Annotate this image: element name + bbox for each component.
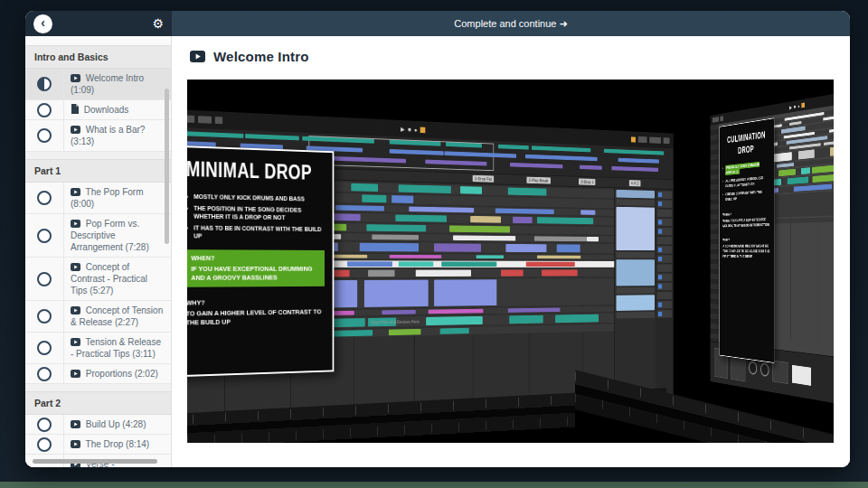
clip-segment: [557, 244, 580, 252]
clip-segment: [508, 308, 561, 313]
track-header-column: [614, 188, 673, 412]
overview-clip: [245, 134, 299, 140]
incomplete-circle-icon: [37, 103, 52, 117]
clip-segment: [351, 183, 378, 192]
lesson-item[interactable]: What is a Bar? (3:13): [25, 120, 171, 152]
lesson-item[interactable]: Proportions (2:02): [25, 364, 171, 384]
video-icon: [190, 51, 205, 62]
clip-segment: [368, 270, 394, 277]
video-icon: [71, 419, 83, 429]
curriculum-section: Intro and Basics Welcome Intro (1:09) Do…: [25, 45, 171, 152]
mixer-cell: [657, 237, 673, 245]
clip-segment: [335, 205, 384, 211]
slide-title: MINIMAL DROP: [187, 157, 306, 184]
lesson-item[interactable]: The Drop (8:14): [25, 435, 171, 455]
stop-icon: ■: [794, 104, 796, 109]
lesson-item-label: The Pop Form (8:00): [64, 183, 171, 213]
progress-circle: [25, 435, 64, 454]
overview-clip: [510, 163, 562, 168]
clip-segment: [537, 217, 594, 224]
arrangement-locator: 4-X 2: [629, 180, 641, 186]
mixer-cell: [657, 301, 673, 309]
video-player[interactable]: ▶ ■ ●: [187, 80, 834, 443]
overview-clip: [532, 145, 590, 152]
arrangement-locator: 2-Drop Fat: [473, 175, 494, 183]
clip-segment: [429, 309, 484, 314]
video-icon: [71, 369, 83, 379]
lesson-item-label: Proportions (2:02): [64, 364, 171, 383]
lesson-item[interactable]: Tension & Release - Practical Tips (3:11…: [25, 333, 171, 364]
track-header: [617, 295, 655, 311]
overview-clip: [618, 158, 659, 164]
gear-icon[interactable]: ⚙: [152, 17, 164, 30]
complete-continue-button[interactable]: Complete and continue ➜: [172, 11, 850, 36]
page-title: Welcome Intro: [213, 49, 309, 64]
progress-circle: [25, 120, 64, 151]
clip-segment: [453, 235, 516, 240]
drop-hint-text: Drop Files and Devices Here: [371, 319, 419, 325]
when-label: WHEN?: [191, 254, 319, 263]
lesson-item-label: What is a Bar? (3:13): [64, 120, 171, 151]
lesson-item-label: Build Up (4:28): [64, 415, 171, 434]
clip-segment: [801, 167, 810, 174]
top-bar-sidebar-segment: ‹ ⚙: [25, 11, 172, 36]
sidebar-vertical-scrollbar[interactable]: [165, 89, 169, 244]
clip-segment: [449, 225, 510, 232]
automation-arm-icon: [801, 102, 805, 108]
video-icon: [71, 187, 83, 197]
device-display: [792, 365, 811, 386]
back-button[interactable]: ‹: [33, 14, 52, 33]
lesson-item[interactable]: Pop Form vs. Descriptive Arrangement (7:…: [25, 214, 171, 258]
why-text: TO GAIN A HIGHER LEVEL OF CONTRAST TO TH…: [187, 308, 321, 327]
lesson-item[interactable]: Build Up (4:28): [25, 415, 171, 435]
why-box: WHY? A SOPHISTICATED MELODY MIGHT BE TOO…: [722, 237, 770, 259]
lesson-content: Welcome Intro: [172, 36, 850, 467]
why-label: WHY?: [187, 297, 325, 307]
clip-segment: [778, 169, 796, 176]
mixer-cell: [657, 264, 673, 271]
mixer-cell: [657, 310, 673, 318]
device-knob: [749, 361, 757, 375]
clip-segment: [359, 243, 418, 252]
mixer-cell: [657, 191, 673, 199]
section-header: Part 1: [25, 159, 171, 183]
lesson-item[interactable]: The Pop Form (8:00): [25, 183, 171, 214]
clip-segment: [542, 269, 578, 276]
lesson-item[interactable]: Welcome Intro (1:09): [25, 69, 171, 100]
slide-bullet-list: MOSTLY ONLY KICK DRUMS AND BASSTHE POSIT…: [187, 192, 325, 241]
sidebar-horizontal-scrollbar[interactable]: [33, 459, 157, 464]
draw-mode-icon: [631, 136, 636, 142]
lesson-item-label: Downloads: [64, 100, 171, 119]
clip-segment: [416, 270, 471, 277]
lesson-item[interactable]: Concept of Contrast - Practical Tips (5:…: [25, 258, 171, 301]
track-header: [617, 259, 655, 286]
clip-segment: [555, 314, 599, 324]
clip-segment: [389, 329, 420, 335]
desktop-background: ‹ ⚙ Complete and continue ➜ Intro and Ba…: [0, 0, 868, 488]
play-icon: ▶: [789, 104, 792, 109]
clip-segment: [534, 236, 587, 241]
when-label: WHEN?: [722, 210, 770, 217]
device-knob: [760, 362, 769, 377]
progress-circle: [25, 364, 64, 383]
incomplete-circle-icon: [37, 341, 52, 355]
stop-icon: ■: [408, 126, 410, 132]
clip-segment: [395, 215, 447, 222]
lesson-item[interactable]: Downloads: [25, 100, 171, 120]
mixer-cell: [657, 274, 673, 282]
lesson-item[interactable]: Concept of Tension & Release (2:27): [25, 301, 171, 333]
slide-title: CULMINATION DROP: [726, 127, 767, 157]
video-icon: [71, 73, 83, 83]
clip-segment: [587, 237, 599, 241]
mixer-cell: [657, 246, 673, 254]
lesson-item-label: Welcome Intro (1:09): [64, 69, 171, 99]
video-icon: [71, 125, 83, 135]
section-header: Intro and Basics: [25, 45, 171, 69]
slide-bullet: MOSTLY ONLY KICK DRUMS AND BASS: [187, 192, 325, 203]
mixer-cell: [657, 200, 673, 208]
slide-bullet: ALL PREVIOUSLY INTRODUCED PARTS PLAY TOG…: [722, 174, 770, 189]
clip-segment: [507, 188, 546, 196]
clip-segment: [513, 217, 533, 223]
course-player-window: ‹ ⚙ Complete and continue ➜ Intro and Ba…: [25, 11, 850, 467]
progress-circle: [25, 69, 64, 99]
